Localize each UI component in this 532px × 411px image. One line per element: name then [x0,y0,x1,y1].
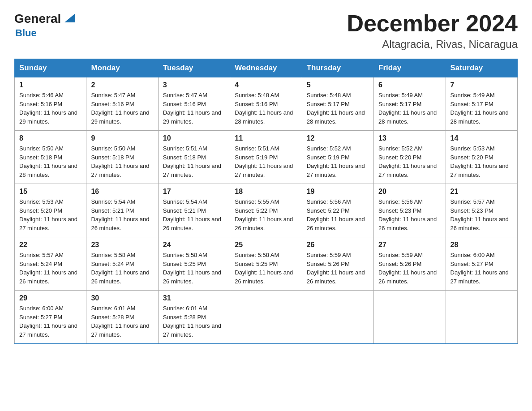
day-number: 11 [235,134,297,142]
day-info: Sunrise: 5:48 AMSunset: 5:16 PMDaylight:… [235,91,297,126]
calendar-cell [374,291,446,344]
day-info: Sunrise: 5:47 AMSunset: 5:16 PMDaylight:… [91,91,153,126]
calendar-cell: 3 Sunrise: 5:47 AMSunset: 5:16 PMDayligh… [158,77,230,131]
day-info: Sunrise: 6:01 AMSunset: 5:28 PMDaylight:… [163,304,225,339]
day-info: Sunrise: 5:54 AMSunset: 5:21 PMDaylight:… [163,197,225,232]
logo-general-text: General [14,13,61,25]
day-number: 26 [307,241,369,249]
day-number: 2 [91,81,153,89]
day-number: 7 [450,81,513,89]
calendar-cell: 19 Sunrise: 5:56 AMSunset: 5:22 PMDaylig… [302,184,373,237]
calendar-cell: 8 Sunrise: 5:50 AMSunset: 5:18 PMDayligh… [15,131,86,184]
day-number: 18 [235,188,297,196]
day-info: Sunrise: 5:48 AMSunset: 5:17 PMDaylight:… [307,91,369,126]
day-number: 25 [235,241,297,249]
day-info: Sunrise: 5:58 AMSunset: 5:25 PMDaylight:… [163,251,225,286]
calendar-cell: 11 Sunrise: 5:51 AMSunset: 5:19 PMDaylig… [230,131,302,184]
day-number: 28 [450,241,513,249]
day-number: 13 [378,134,441,142]
calendar-cell: 14 Sunrise: 5:53 AMSunset: 5:20 PMDaylig… [446,131,517,184]
day-info: Sunrise: 5:50 AMSunset: 5:18 PMDaylight:… [19,144,82,179]
day-info: Sunrise: 6:00 AMSunset: 5:27 PMDaylight:… [19,304,82,339]
calendar-cell: 29 Sunrise: 6:00 AMSunset: 5:27 PMDaylig… [15,291,86,344]
calendar-cell: 4 Sunrise: 5:48 AMSunset: 5:16 PMDayligh… [230,77,302,131]
calendar-cell: 7 Sunrise: 5:49 AMSunset: 5:17 PMDayligh… [446,77,517,131]
calendar-cell: 26 Sunrise: 5:59 AMSunset: 5:26 PMDaylig… [302,237,373,291]
day-number: 5 [307,81,369,89]
calendar-cell: 2 Sunrise: 5:47 AMSunset: 5:16 PMDayligh… [86,77,158,131]
logo-blue-text: Blue [15,27,37,39]
calendar-cell: 16 Sunrise: 5:54 AMSunset: 5:21 PMDaylig… [86,184,158,237]
day-number: 17 [163,188,225,196]
calendar-cell [446,291,517,344]
calendar-table: SundayMondayTuesdayWednesdayThursdayFrid… [14,59,518,344]
day-info: Sunrise: 5:56 AMSunset: 5:23 PMDaylight:… [378,197,441,232]
calendar-cell: 17 Sunrise: 5:54 AMSunset: 5:21 PMDaylig… [158,184,230,237]
calendar-cell: 25 Sunrise: 5:58 AMSunset: 5:25 PMDaylig… [230,237,302,291]
calendar-cell: 27 Sunrise: 5:59 AMSunset: 5:26 PMDaylig… [374,237,446,291]
day-number: 1 [19,81,82,89]
calendar-cell: 21 Sunrise: 5:57 AMSunset: 5:23 PMDaylig… [446,184,517,237]
day-info: Sunrise: 5:46 AMSunset: 5:16 PMDaylight:… [19,91,82,126]
calendar-cell: 12 Sunrise: 5:52 AMSunset: 5:19 PMDaylig… [302,131,373,184]
day-info: Sunrise: 5:52 AMSunset: 5:20 PMDaylight:… [378,144,441,179]
day-info: Sunrise: 5:54 AMSunset: 5:21 PMDaylight:… [91,197,153,232]
calendar-cell: 22 Sunrise: 5:57 AMSunset: 5:24 PMDaylig… [15,237,86,291]
day-number: 14 [450,134,513,142]
month-title: December 2024 [347,11,518,36]
day-number: 16 [91,188,153,196]
calendar-header-saturday: Saturday [446,59,517,77]
day-number: 20 [378,188,441,196]
day-number: 10 [163,134,225,142]
calendar-cell: 23 Sunrise: 5:58 AMSunset: 5:24 PMDaylig… [86,237,158,291]
calendar-header-sunday: Sunday [15,59,86,77]
calendar-cell: 10 Sunrise: 5:51 AMSunset: 5:18 PMDaylig… [158,131,230,184]
day-info: Sunrise: 5:51 AMSunset: 5:18 PMDaylight:… [163,144,225,179]
calendar-cell: 31 Sunrise: 6:01 AMSunset: 5:28 PMDaylig… [158,291,230,344]
svg-marker-0 [64,13,75,22]
page-header: General Blue December 2024 Altagracia, R… [14,11,518,51]
day-info: Sunrise: 5:56 AMSunset: 5:22 PMDaylight:… [307,197,369,232]
logo: General Blue [14,11,75,39]
calendar-header-wednesday: Wednesday [230,59,302,77]
day-info: Sunrise: 5:57 AMSunset: 5:24 PMDaylight:… [19,251,82,286]
calendar-cell: 9 Sunrise: 5:50 AMSunset: 5:18 PMDayligh… [86,131,158,184]
calendar-header-thursday: Thursday [302,59,373,77]
day-number: 19 [307,188,369,196]
calendar-cell: 13 Sunrise: 5:52 AMSunset: 5:20 PMDaylig… [374,131,446,184]
calendar-cell: 1 Sunrise: 5:46 AMSunset: 5:16 PMDayligh… [15,77,86,131]
location-title: Altagracia, Rivas, Nicaragua [347,38,518,51]
calendar-cell: 5 Sunrise: 5:48 AMSunset: 5:17 PMDayligh… [302,77,373,131]
day-info: Sunrise: 5:49 AMSunset: 5:17 PMDaylight:… [378,91,441,126]
calendar-header-monday: Monday [86,59,158,77]
title-block: December 2024 Altagracia, Rivas, Nicarag… [347,11,518,51]
day-info: Sunrise: 6:00 AMSunset: 5:27 PMDaylight:… [450,251,513,286]
calendar-cell: 30 Sunrise: 6:01 AMSunset: 5:28 PMDaylig… [86,291,158,344]
day-number: 31 [163,294,225,302]
day-info: Sunrise: 5:59 AMSunset: 5:26 PMDaylight:… [378,251,441,286]
day-info: Sunrise: 5:49 AMSunset: 5:17 PMDaylight:… [450,91,513,126]
calendar-cell: 18 Sunrise: 5:55 AMSunset: 5:22 PMDaylig… [230,184,302,237]
calendar-cell [230,291,302,344]
calendar-cell: 15 Sunrise: 5:53 AMSunset: 5:20 PMDaylig… [15,184,86,237]
day-info: Sunrise: 5:58 AMSunset: 5:24 PMDaylight:… [91,251,153,286]
calendar-week-row: 1 Sunrise: 5:46 AMSunset: 5:16 PMDayligh… [15,77,518,131]
day-number: 4 [235,81,297,89]
day-info: Sunrise: 5:53 AMSunset: 5:20 PMDaylight:… [19,197,82,232]
day-info: Sunrise: 5:47 AMSunset: 5:16 PMDaylight:… [163,91,225,126]
day-number: 15 [19,188,82,196]
day-info: Sunrise: 5:55 AMSunset: 5:22 PMDaylight:… [235,197,297,232]
calendar-cell: 20 Sunrise: 5:56 AMSunset: 5:23 PMDaylig… [374,184,446,237]
day-number: 23 [91,241,153,249]
day-number: 30 [91,294,153,302]
calendar-cell: 24 Sunrise: 5:58 AMSunset: 5:25 PMDaylig… [158,237,230,291]
day-number: 8 [19,134,82,142]
day-number: 6 [378,81,441,89]
day-info: Sunrise: 5:50 AMSunset: 5:18 PMDaylight:… [91,144,153,179]
day-number: 3 [163,81,225,89]
calendar-header-friday: Friday [374,59,446,77]
day-info: Sunrise: 5:51 AMSunset: 5:19 PMDaylight:… [235,144,297,179]
calendar-cell [302,291,373,344]
day-number: 21 [450,188,513,196]
day-number: 24 [163,241,225,249]
